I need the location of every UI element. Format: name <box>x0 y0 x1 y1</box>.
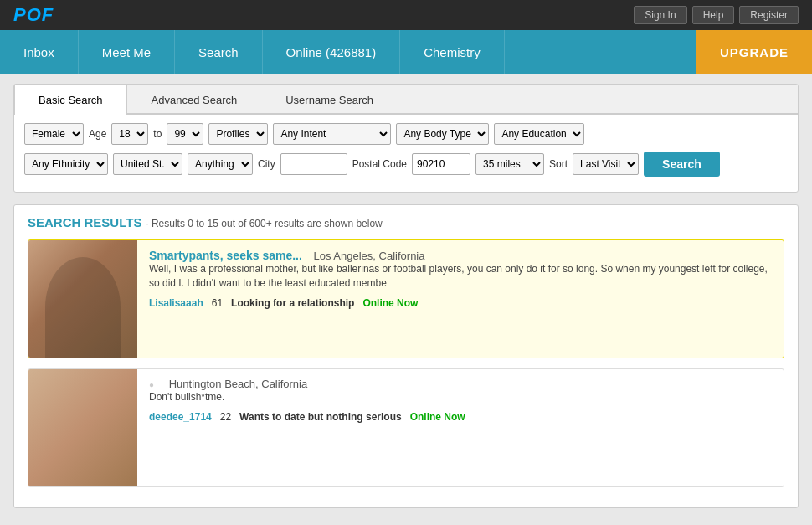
tab-basic-search[interactable]: Basic Search <box>14 85 127 115</box>
card-location: Huntington Beach, California <box>169 378 308 390</box>
card-dot: ● <box>149 380 154 389</box>
card-title[interactable]: Smartypants, seeks same... <box>149 249 302 262</box>
card-username[interactable]: deedee_1714 <box>149 411 212 423</box>
card-header: ● Huntington Beach, California <box>149 378 772 390</box>
nav-inbox[interactable]: Inbox <box>0 30 79 74</box>
card-intent: Looking for a relationship <box>231 297 354 309</box>
card-photo[interactable] <box>28 240 137 358</box>
result-card: ● Huntington Beach, California Don't bul… <box>28 368 784 487</box>
help-button[interactable]: Help <box>692 6 735 24</box>
to-label: to <box>153 128 162 140</box>
results-subtext: - Results 0 to 15 out of 600+ results ar… <box>146 218 383 229</box>
card-content: ● Huntington Beach, California Don't bul… <box>137 369 784 486</box>
card-age: 22 <box>220 411 231 423</box>
search-results: SEARCH RESULTS - Results 0 to 15 out of … <box>13 204 799 508</box>
postal-input[interactable] <box>412 153 470 175</box>
card-meta: deedee_1714 22 Wants to date but nothing… <box>149 411 772 423</box>
sort-label: Sort <box>549 158 568 170</box>
age-to-select[interactable]: 995060 <box>167 123 203 145</box>
card-location: Los Angeles, California <box>314 250 425 262</box>
result-card: Smartypants, seeks same... Los Angeles, … <box>28 239 784 358</box>
country-select[interactable]: United St. Canada UK <box>113 153 182 175</box>
sort-select[interactable]: Last Visit Newest Distance <box>573 153 639 175</box>
card-intent: Wants to date but nothing serious <box>239 411 402 423</box>
main-content: Basic Search Advanced Search Username Se… <box>0 74 812 525</box>
search-button[interactable]: Search <box>644 152 720 177</box>
distance-select[interactable]: 35 miles 25 miles 50 miles 100 miles <box>475 153 544 175</box>
card-content: Smartypants, seeks same... Los Angeles, … <box>137 240 784 358</box>
card-photo[interactable] <box>28 369 137 486</box>
top-links: Sign In Help Register <box>634 6 799 24</box>
card-online: Online Now <box>362 297 418 309</box>
pof-logo: POF <box>13 4 54 26</box>
nav-online[interactable]: Online (426881) <box>263 30 401 74</box>
results-header: SEARCH RESULTS - Results 0 to 15 out of … <box>28 215 784 229</box>
card-description: Don't bullsh*tme. <box>149 390 772 404</box>
profiles-select[interactable]: Profiles Photos <box>208 123 268 145</box>
education-select[interactable]: Any Education High School College Gradua… <box>494 123 584 145</box>
nav-bar: Inbox Meet Me Search Online (426881) Che… <box>0 30 812 74</box>
card-meta: Lisalisaaah 61 Looking for a relationshi… <box>149 297 772 309</box>
filter-row-1: Female Male Age 18202530 to 995060 Profi… <box>24 123 788 145</box>
nav-meet-me[interactable]: Meet Me <box>79 30 175 74</box>
card-description: Well, I was a professional mother, but l… <box>149 262 772 291</box>
card-online: Online Now <box>410 411 465 423</box>
postal-label: Postal Code <box>352 158 407 170</box>
card-age: 61 <box>212 297 223 309</box>
tab-username-search[interactable]: Username Search <box>261 85 398 115</box>
nav-search[interactable]: Search <box>175 30 263 74</box>
register-button[interactable]: Register <box>739 6 799 24</box>
relationship-select[interactable]: Anything Single Divorced <box>188 153 253 175</box>
age-label: Age <box>89 128 106 140</box>
search-tabs: Basic Search Advanced Search Username Se… <box>14 85 798 115</box>
card-username[interactable]: Lisalisaaah <box>149 297 203 309</box>
top-bar: POF Sign In Help Register <box>0 0 812 30</box>
search-panel: Basic Search Advanced Search Username Se… <box>13 84 799 193</box>
card-header: Smartypants, seeks same... Los Angeles, … <box>149 249 772 262</box>
city-input[interactable] <box>280 153 347 175</box>
filter-rows: Female Male Age 18202530 to 995060 Profi… <box>14 115 798 192</box>
age-from-select[interactable]: 18202530 <box>111 123 148 145</box>
signin-button[interactable]: Sign In <box>634 6 686 24</box>
ethnicity-select[interactable]: Any Ethnicity White Black Hispanic Asian <box>24 153 108 175</box>
filter-row-2: Any Ethnicity White Black Hispanic Asian… <box>24 152 788 177</box>
body-type-select[interactable]: Any Body Type Slim Athletic <box>396 123 489 145</box>
gender-select[interactable]: Female Male <box>24 123 84 145</box>
tab-advanced-search[interactable]: Advanced Search <box>127 85 262 115</box>
nav-upgrade[interactable]: UPGRADE <box>696 30 812 74</box>
city-label: City <box>258 158 275 170</box>
nav-chemistry[interactable]: Chemistry <box>400 30 505 74</box>
results-heading: SEARCH RESULTS <box>28 215 141 229</box>
intent-select[interactable]: Any Intent Serious Relationship Casual D… <box>273 123 391 145</box>
